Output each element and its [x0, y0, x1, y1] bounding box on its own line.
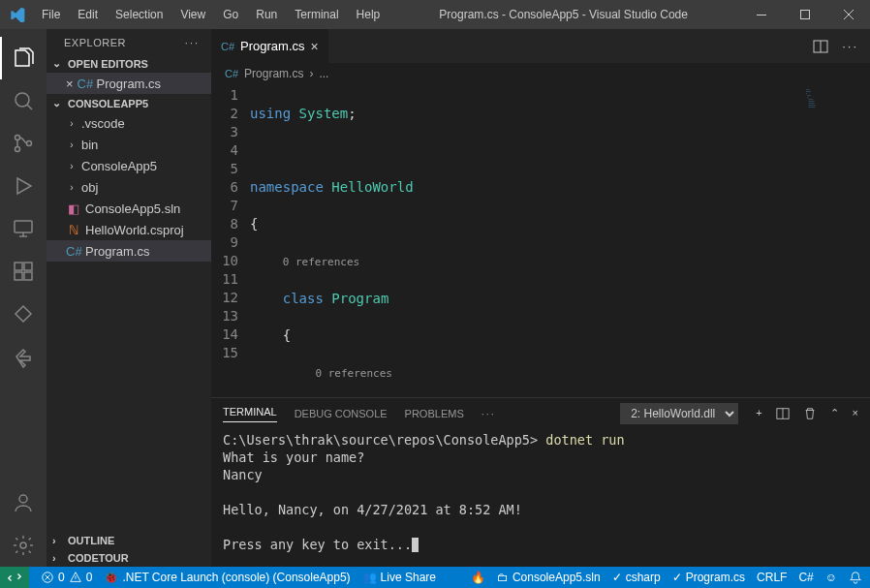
svg-point-6 [16, 136, 20, 140]
search-icon[interactable] [0, 79, 47, 122]
chevron-up-icon[interactable]: ⌃ [830, 407, 839, 420]
status-liveshare[interactable]: 👥 Live Share [362, 571, 436, 584]
live-share-icon[interactable] [0, 335, 47, 378]
minimap[interactable]: ▬▬▬▬▬▬▬▬ ▬▬▬ ▬ ▬▬▬▬ ▬▬▬▬▬ ▬▬▬▬▬ ▬▬▬▬▬▬ ▬… [802, 84, 870, 397]
close-button[interactable] [826, 0, 870, 29]
menu-view[interactable]: View [172, 4, 213, 25]
menu-file[interactable]: File [34, 4, 68, 25]
file-tree: ›.vscode ›bin ›ConsoleApp5 ›obj ◧Console… [47, 112, 211, 532]
chevron-down-icon: ⌄ [52, 57, 64, 70]
status-flame[interactable]: 🔥 [471, 571, 485, 584]
live-share-icon: 👥 [362, 571, 377, 584]
tree-folder[interactable]: ›obj [47, 176, 211, 198]
azure-icon[interactable] [0, 293, 47, 335]
editor-tabs: C# Program.cs × ··· [211, 29, 870, 63]
svg-point-7 [16, 147, 20, 152]
tree-folder[interactable]: ›bin [47, 134, 211, 155]
new-terminal-icon[interactable]: + [756, 407, 761, 420]
maximize-button[interactable] [783, 0, 826, 29]
source-control-icon[interactable] [0, 122, 47, 165]
open-editors-header[interactable]: ⌄ OPEN EDITORS [47, 54, 211, 73]
menu-edit[interactable]: Edit [70, 4, 106, 25]
svg-rect-1 [800, 11, 809, 19]
chevron-down-icon: ⌄ [52, 97, 64, 109]
menu-run[interactable]: Run [248, 4, 285, 25]
breadcrumb[interactable]: C# Program.cs › ... [211, 63, 870, 84]
csharp-file-icon: C# [66, 244, 81, 259]
tree-file[interactable]: ◧ConsoleApp5.sln [47, 198, 211, 219]
svg-rect-9 [15, 221, 32, 232]
svg-point-4 [16, 93, 29, 107]
tab-label: Program.cs [240, 39, 304, 53]
explorer-icon[interactable] [0, 37, 47, 79]
status-file[interactable]: ✓Program.cs [672, 571, 745, 584]
extensions-icon[interactable] [0, 250, 47, 293]
status-bell-icon[interactable] [849, 571, 862, 584]
chevron-right-icon: › [52, 535, 64, 546]
svg-point-17 [20, 542, 26, 548]
open-editor-label: Program.cs [97, 77, 161, 91]
menu-selection[interactable]: Selection [108, 4, 171, 25]
split-terminal-icon[interactable] [776, 407, 790, 420]
svg-rect-13 [24, 263, 32, 270]
tab-terminal[interactable]: TERMINAL [223, 406, 277, 422]
codelens[interactable]: 0 references [283, 256, 359, 268]
tree-folder[interactable]: ›.vscode [47, 112, 211, 134]
window-title: Program.cs - ConsoleApp5 - Visual Studio… [388, 8, 739, 21]
trash-icon[interactable] [803, 407, 817, 420]
menu-terminal[interactable]: Terminal [287, 4, 346, 25]
editor-tab[interactable]: C# Program.cs × [211, 29, 329, 63]
close-icon[interactable]: × [853, 407, 858, 420]
codelens[interactable]: 0 references [315, 367, 391, 380]
status-eol[interactable]: CRLF [757, 571, 787, 584]
codetour-header[interactable]: ›CODETOUR [47, 549, 211, 567]
terminal-output[interactable]: C:\Users\thrak\source\repos\ConsoleApp5>… [211, 429, 870, 567]
status-feedback-icon[interactable]: ☺ [825, 571, 837, 584]
menu-help[interactable]: Help [349, 4, 388, 25]
more-icon[interactable]: ··· [185, 37, 200, 48]
status-language[interactable]: C# [798, 571, 813, 584]
split-editor-icon[interactable] [813, 39, 828, 54]
tree-file[interactable]: C#Program.cs [47, 240, 211, 262]
csharp-file-icon: C# [225, 68, 238, 79]
remote-explorer-icon[interactable] [0, 207, 47, 250]
status-launch[interactable]: 🐞 .NET Core Launch (console) (ConsoleApp… [104, 571, 350, 584]
tree-folder[interactable]: ›ConsoleApp5 [47, 155, 211, 176]
more-icon[interactable]: ··· [482, 408, 496, 419]
chevron-right-icon: › [66, 118, 78, 129]
activity-bar [0, 29, 47, 567]
minimize-button[interactable] [739, 0, 783, 29]
svg-line-5 [27, 105, 32, 109]
workspace-header[interactable]: ⌄ CONSOLEAPP5 [47, 94, 211, 112]
code-content[interactable]: using System; namespace HelloWorld { 0 r… [250, 84, 870, 397]
vscode-icon [0, 7, 34, 22]
tree-file[interactable]: ℕHelloWorld.csproj [47, 219, 211, 240]
remote-button[interactable] [0, 567, 29, 588]
more-icon[interactable]: ··· [842, 39, 858, 54]
code-editor[interactable]: 123456789101112131415 using System; name… [211, 84, 870, 397]
terminal-selector[interactable]: 2: HelloWorld.dll [620, 403, 738, 424]
tab-problems[interactable]: PROBLEMS [405, 408, 464, 419]
svg-rect-0 [757, 15, 766, 15]
run-debug-icon[interactable] [0, 165, 47, 207]
line-numbers: 123456789101112131415 [211, 84, 250, 397]
tab-debug-console[interactable]: DEBUG CONSOLE [295, 408, 388, 419]
sln-file-icon: ◧ [66, 201, 81, 216]
flame-icon: 🔥 [471, 571, 485, 584]
panel: TERMINAL DEBUG CONSOLE PROBLEMS ··· 2: H… [211, 397, 870, 567]
menu-go[interactable]: Go [215, 4, 246, 25]
outline-header[interactable]: ›OUTLINE [47, 532, 211, 549]
terminal-cursor [412, 538, 419, 552]
chevron-right-icon: › [309, 67, 313, 80]
status-solution[interactable]: 🗀ConsoleApp5.sln [497, 571, 601, 584]
close-icon[interactable]: × [311, 39, 319, 54]
status-problems[interactable]: 0 0 [41, 571, 92, 584]
status-csharp[interactable]: ✓csharp [612, 571, 661, 584]
close-icon[interactable]: × [66, 77, 74, 91]
check-icon: ✓ [612, 571, 622, 584]
open-editor-item[interactable]: × C# Program.cs [47, 73, 211, 94]
svg-rect-15 [24, 272, 32, 280]
account-icon[interactable] [0, 481, 47, 524]
folder-icon: 🗀 [497, 571, 509, 584]
settings-gear-icon[interactable] [0, 524, 47, 567]
